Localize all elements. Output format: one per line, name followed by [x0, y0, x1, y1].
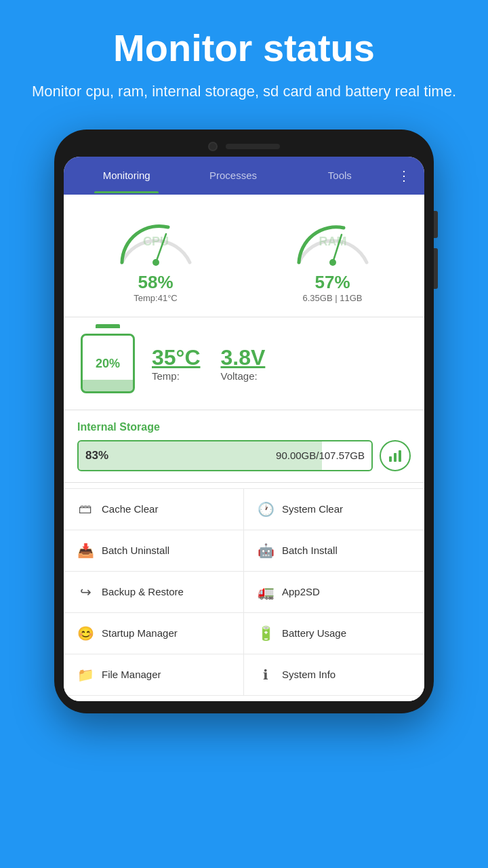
- svg-rect-6: [389, 456, 392, 462]
- tools-grid: 🗃Cache Clear🕐System Clear📥Batch Uninstal…: [64, 488, 424, 696]
- phone-camera: [208, 142, 218, 151]
- gauges-section: CPU 58% Temp:41°C RAM: [64, 195, 424, 317]
- phone-wrapper: Monitoring Processes Tools ⋮ CPU: [0, 130, 488, 713]
- tools-section: 🗃Cache Clear🕐System Clear📥Batch Uninstal…: [64, 483, 424, 701]
- phone-side-button-2: [434, 248, 438, 289]
- tool-item-batch-install[interactable]: 🤖Batch Install: [244, 530, 424, 572]
- tool-item-system-clear[interactable]: 🕐System Clear: [244, 489, 424, 530]
- ram-used: 6.35GB | 11GB: [303, 293, 363, 303]
- storage-bar-row: 83% 90.00GB/107.57GB: [77, 440, 411, 471]
- system-info-label: System Info: [282, 669, 336, 680]
- storage-percent: 83%: [85, 449, 108, 462]
- battery-percent-label: 20%: [96, 356, 120, 370]
- app2sd-icon: 🚛: [258, 584, 274, 600]
- tab-monitoring[interactable]: Monitoring: [73, 157, 180, 193]
- battery-stats: 35°C Temp: 3.8V Voltage:: [152, 345, 265, 382]
- batch-uninstall-icon: 📥: [77, 542, 94, 559]
- battery-temp-label: Temp:: [152, 370, 180, 382]
- tool-item-backup-restore[interactable]: ↪Backup & Restore: [64, 572, 244, 613]
- svg-rect-8: [399, 450, 401, 462]
- tool-item-battery-usage[interactable]: 🔋Battery Usage: [244, 613, 424, 654]
- phone-speaker: [226, 144, 280, 149]
- phone-screen: Monitoring Processes Tools ⋮ CPU: [64, 157, 424, 701]
- cpu-gauge: CPU 58% Temp:41°C: [70, 208, 241, 303]
- battery-fill: [83, 380, 133, 391]
- tab-processes[interactable]: Processes: [180, 157, 286, 193]
- phone-frame: Monitoring Processes Tools ⋮ CPU: [54, 130, 434, 713]
- backup-restore-icon: ↪: [77, 584, 94, 600]
- storage-title: Internal Storage: [77, 421, 411, 433]
- file-manager-label: File Manager: [102, 669, 161, 680]
- batch-install-label: Batch Install: [282, 545, 338, 556]
- tool-item-cache-clear[interactable]: 🗃Cache Clear: [64, 489, 244, 530]
- ram-gauge: RAM 57% 6.35GB | 11GB: [247, 208, 418, 303]
- storage-section: Internal Storage 83% 90.00GB/107.57GB: [64, 410, 424, 483]
- tool-item-startup-manager[interactable]: 😊Startup Manager: [64, 613, 244, 654]
- cpu-temp: Temp:41°C: [134, 293, 177, 303]
- battery-voltage-label: Voltage:: [221, 370, 258, 382]
- battery-icon: 20%: [77, 330, 138, 397]
- battery-voltage-stat: 3.8V Voltage:: [221, 345, 266, 382]
- page-subtitle: Monitor cpu, ram, internal storage, sd c…: [20, 80, 468, 102]
- tool-item-file-manager[interactable]: 📁File Manager: [64, 654, 244, 696]
- battery-usage-label: Battery Usage: [282, 627, 346, 639]
- startup-manager-icon: 😊: [77, 625, 94, 642]
- batch-install-icon: 🤖: [258, 542, 274, 559]
- battery-usage-icon: 🔋: [258, 625, 274, 642]
- battery-voltage-value: 3.8V: [221, 345, 266, 370]
- svg-text:RAM: RAM: [319, 235, 346, 248]
- phone-notch: [64, 142, 424, 151]
- ram-percent: 57%: [314, 272, 350, 293]
- system-info-icon: ℹ: [258, 667, 274, 683]
- nav-bar: Monitoring Processes Tools ⋮: [64, 157, 424, 195]
- ram-gauge-svg: RAM: [289, 208, 377, 269]
- storage-bar: 83% 90.00GB/107.57GB: [77, 440, 373, 471]
- tool-item-system-info[interactable]: ℹSystem Info: [244, 654, 424, 696]
- chart-icon: [388, 448, 403, 463]
- cpu-gauge-svg: CPU: [112, 208, 200, 269]
- cache-clear-label: Cache Clear: [102, 503, 158, 515]
- tool-item-batch-uninstall[interactable]: 📥Batch Uninstall: [64, 530, 244, 572]
- storage-chart-button[interactable]: [380, 440, 411, 471]
- header-section: Monitor status Monitor cpu, ram, interna…: [0, 0, 488, 123]
- cache-clear-icon: 🗃: [77, 501, 94, 517]
- battery-tip: [96, 324, 120, 328]
- app2sd-label: App2SD: [282, 586, 320, 597]
- file-manager-icon: 📁: [77, 667, 94, 683]
- system-clear-icon: 🕐: [258, 501, 274, 517]
- battery-section: 20% 35°C Temp: 3.8V Voltage:: [64, 317, 424, 410]
- svg-rect-7: [394, 453, 396, 462]
- page-title: Monitor status: [20, 27, 468, 69]
- startup-manager-label: Startup Manager: [102, 627, 178, 639]
- batch-uninstall-label: Batch Uninstall: [102, 545, 169, 556]
- storage-bar-labels: 83% 90.00GB/107.57GB: [79, 441, 371, 470]
- tool-item-app2sd[interactable]: 🚛App2SD: [244, 572, 424, 613]
- battery-body: 20%: [81, 334, 135, 393]
- backup-restore-label: Backup & Restore: [102, 586, 184, 597]
- system-clear-label: System Clear: [282, 503, 343, 515]
- storage-size: 90.00GB/107.57GB: [276, 450, 365, 461]
- nav-more-icon[interactable]: ⋮: [393, 167, 415, 184]
- battery-temp-stat: 35°C Temp:: [152, 345, 201, 382]
- cpu-percent: 58%: [138, 272, 173, 293]
- phone-side-button: [434, 211, 438, 238]
- battery-temp-value: 35°C: [152, 345, 201, 370]
- tab-tools[interactable]: Tools: [287, 157, 393, 193]
